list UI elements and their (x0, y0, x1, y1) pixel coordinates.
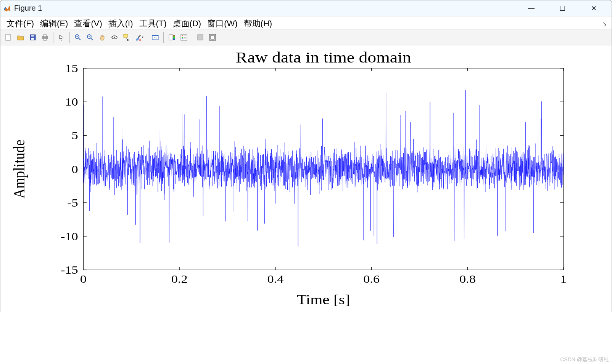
save-button[interactable] (27, 32, 39, 43)
signal-trace (83, 90, 564, 246)
show-plot-tools-icon (209, 34, 216, 41)
title-bar[interactable]: Figure 1 — ☐ ✕ (0, 0, 612, 16)
chart-title: Raw data in time domain (236, 49, 411, 66)
svg-rect-27 (182, 37, 183, 38)
svg-text:15: 15 (65, 62, 78, 74)
svg-text:0: 0 (72, 163, 78, 175)
insert-colorbar-button[interactable] (166, 32, 177, 43)
watermark: CSDN @荔枝科研社 (560, 356, 609, 363)
svg-rect-3 (31, 35, 34, 37)
data-cursor-button[interactable] (121, 32, 132, 43)
close-button[interactable]: ✕ (585, 3, 602, 14)
new-figure-button[interactable] (3, 32, 14, 43)
svg-rect-24 (173, 35, 175, 40)
insert-colorbar-icon (168, 34, 176, 41)
matlab-icon (3, 5, 11, 12)
menu-desktop[interactable]: 桌面(D) (171, 17, 204, 30)
menu-file[interactable]: 文件(F) (4, 17, 36, 30)
rotate-3d-icon (111, 34, 118, 41)
svg-text:-10: -10 (61, 230, 78, 242)
svg-text:1: 1 (560, 273, 567, 285)
svg-rect-5 (43, 35, 47, 37)
print-button[interactable] (39, 32, 51, 43)
show-plot-tools-button[interactable] (207, 32, 218, 43)
svg-line-12 (91, 38, 93, 40)
print-icon (41, 34, 49, 41)
new-figure-icon (5, 34, 12, 41)
window-title: Figure 1 (14, 4, 522, 13)
link-plot-button[interactable] (150, 32, 161, 43)
svg-rect-6 (43, 38, 47, 40)
zoom-in-icon (74, 34, 82, 41)
rotate-3d-button[interactable] (109, 32, 120, 43)
svg-rect-22 (152, 35, 158, 36)
menu-insert[interactable]: 插入(I) (106, 17, 135, 30)
svg-rect-16 (124, 34, 127, 37)
menu-bar: 文件(F) 编辑(E) 查看(V) 插入(I) 工具(T) 桌面(D) 窗口(W… (0, 16, 612, 29)
svg-line-8 (79, 38, 81, 40)
open-button[interactable] (15, 32, 26, 43)
data-cursor-icon (123, 34, 130, 41)
svg-point-20 (139, 39, 141, 41)
svg-text:0.4: 0.4 (267, 273, 283, 285)
svg-rect-32 (198, 35, 203, 40)
zoom-out-icon (86, 34, 94, 41)
window-controls: — ☐ ✕ (522, 3, 609, 14)
svg-text:0: 0 (80, 273, 87, 285)
figure-area[interactable]: Raw data in time domain 00.20.40.60.81 -… (0, 45, 612, 314)
hide-plot-tools-icon (196, 34, 204, 41)
svg-text:-15: -15 (61, 263, 78, 276)
pointer-button[interactable] (56, 32, 67, 43)
svg-text:-5: -5 (67, 196, 78, 209)
chart-svg: Raw data in time domain 00.20.40.60.81 -… (0, 45, 612, 314)
svg-rect-19 (138, 35, 141, 38)
zoom-in-button[interactable] (72, 32, 84, 43)
svg-text:0.6: 0.6 (363, 273, 380, 285)
svg-rect-28 (182, 38, 183, 39)
svg-point-18 (127, 39, 129, 41)
pointer-icon (58, 34, 65, 41)
menu-tools[interactable]: 工具(T) (137, 17, 169, 30)
menu-edit[interactable]: 编辑(E) (38, 17, 70, 30)
hide-plot-tools-button[interactable] (195, 32, 206, 43)
svg-rect-23 (169, 35, 173, 40)
menu-view[interactable]: 查看(V) (72, 17, 104, 30)
link-plot-icon (151, 34, 159, 41)
insert-legend-button[interactable] (178, 32, 190, 43)
svg-text:5: 5 (72, 129, 78, 141)
svg-text:0.8: 0.8 (459, 273, 476, 285)
open-icon (17, 34, 24, 41)
svg-rect-34 (211, 35, 214, 39)
svg-rect-26 (182, 35, 183, 36)
figure-window: Figure 1 — ☐ ✕ 文件(F) 编辑(E) 查看(V) 插入(I) 工… (0, 0, 612, 314)
menu-window[interactable]: 窗口(W) (205, 17, 240, 30)
toolbar: ▾ (0, 29, 612, 45)
menu-overflow-icon[interactable]: ↘ (602, 21, 609, 27)
y-axis-label: Amplitude (11, 140, 28, 199)
pan-icon (98, 34, 106, 41)
menu-help[interactable]: 帮助(H) (242, 17, 275, 30)
pan-button[interactable] (97, 32, 108, 43)
svg-text:0.2: 0.2 (171, 273, 188, 285)
brush-button[interactable]: ▾ (133, 32, 145, 43)
zoom-out-button[interactable] (84, 32, 96, 43)
minimize-button[interactable]: — (522, 3, 540, 14)
insert-legend-icon (180, 34, 188, 41)
svg-text:10: 10 (65, 95, 78, 108)
save-icon (29, 34, 37, 41)
svg-rect-2 (31, 38, 34, 40)
maximize-button[interactable]: ☐ (554, 3, 571, 14)
x-axis-label: Time [s] (297, 292, 350, 307)
brush-icon (134, 34, 142, 41)
svg-point-15 (114, 37, 115, 38)
